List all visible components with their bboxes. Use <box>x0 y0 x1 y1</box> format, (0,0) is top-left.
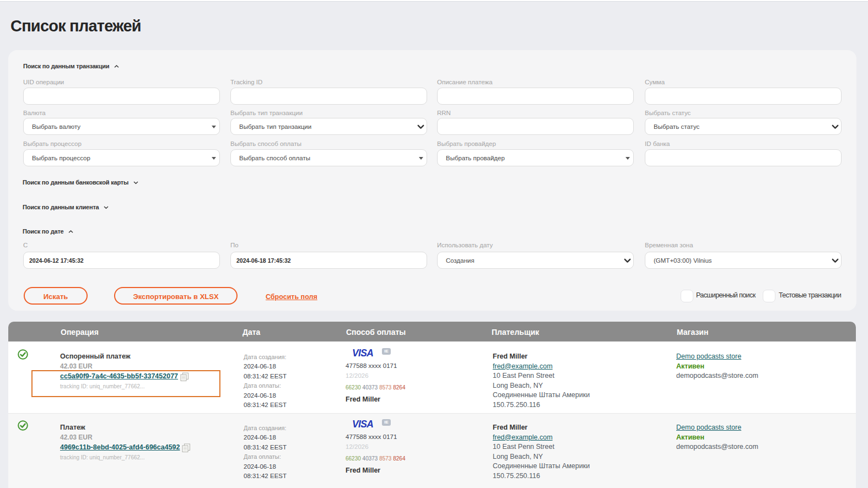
svg-text:VISA: VISA <box>352 420 373 428</box>
svg-text:VISA: VISA <box>352 349 373 357</box>
